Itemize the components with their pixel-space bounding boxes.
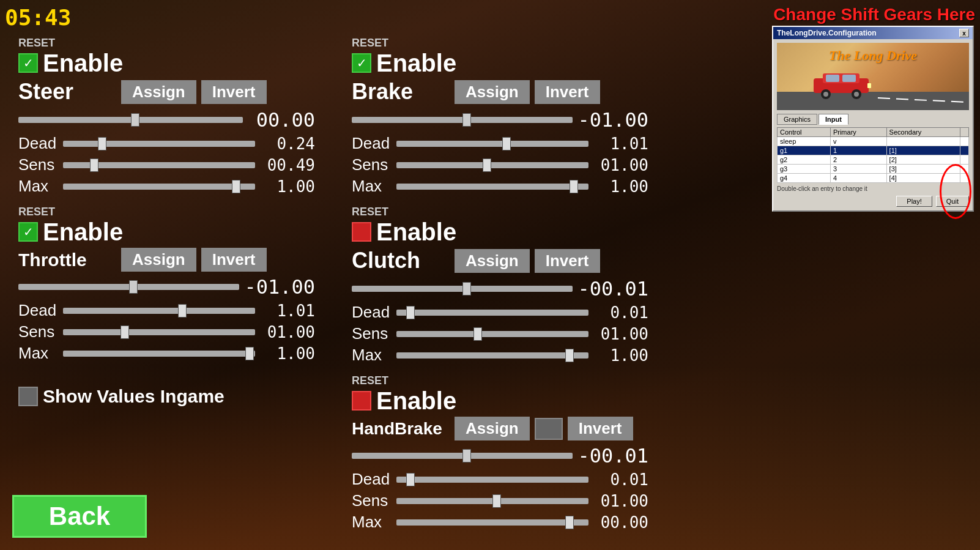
throttle-assign-button[interactable]: Assign — [121, 248, 196, 272]
steer-dead-label: Dead — [18, 134, 58, 153]
clutch-enable-checkbox[interactable] — [352, 222, 371, 242]
throttle-sens-label: Sens — [18, 322, 58, 341]
clutch-assign-button[interactable]: Assign — [455, 249, 530, 273]
svg-point-10 — [854, 92, 859, 97]
show-values-checkbox[interactable] — [18, 387, 38, 406]
row-control: g1 — [778, 146, 831, 155]
steer-reset-label: RESET — [18, 37, 315, 50]
throttle-max-label: Max — [18, 344, 58, 363]
steer-max-label: Max — [18, 177, 58, 196]
brake-max-label: Max — [352, 177, 392, 196]
brake-assign-button[interactable]: Assign — [455, 80, 530, 104]
handbrake-invert-checkbox[interactable] — [535, 418, 563, 440]
throttle-invert-button[interactable]: Invert — [201, 248, 267, 272]
row-primary: 4 — [830, 174, 886, 183]
svg-point-8 — [823, 92, 828, 97]
handbrake-enable-checkbox[interactable] — [352, 391, 371, 411]
throttle-sens-slider[interactable] — [63, 329, 255, 335]
row-control: g3 — [778, 165, 831, 174]
dialog-title: TheLongDrive.Configuration — [777, 29, 877, 37]
dialog-close-button[interactable]: x — [959, 29, 969, 37]
dialog-tabs: Graphics Input — [777, 114, 969, 125]
steer-dead-slider[interactable] — [63, 141, 255, 147]
clutch-dead-label: Dead — [352, 303, 392, 322]
handbrake-main-value: -00.01 — [577, 444, 648, 467]
throttle-dead-label: Dead — [18, 301, 58, 320]
dialog-buttons: Play! Quit — [777, 196, 969, 207]
throttle-enable-checkbox[interactable]: ✓ — [18, 222, 38, 242]
clutch-max-slider[interactable] — [396, 352, 588, 359]
steer-assign-button[interactable]: Assign — [121, 80, 196, 104]
table-row[interactable]: g1 1 [1] — [778, 146, 969, 155]
table-row[interactable]: g2 2 [2] — [778, 155, 969, 165]
table-row[interactable]: sleep v — [778, 137, 969, 146]
tab-input[interactable]: Input — [819, 114, 848, 125]
svg-rect-5 — [826, 75, 839, 82]
tab-graphics[interactable]: Graphics — [777, 114, 817, 125]
steer-section: RESET ✓ Enable Steer Assign Invert 00.00… — [18, 37, 315, 198]
car-svg — [777, 67, 969, 110]
clutch-name: Clutch — [352, 248, 450, 273]
throttle-max-slider[interactable] — [63, 351, 255, 357]
handbrake-max-label: Max — [352, 513, 392, 532]
brake-dead-label: Dead — [352, 134, 392, 153]
clutch-invert-button[interactable]: Invert — [535, 249, 600, 273]
handbrake-dead-label: Dead — [352, 470, 392, 489]
brake-enable-checkbox[interactable]: ✓ — [352, 53, 371, 73]
handbrake-sens-slider[interactable] — [396, 498, 588, 504]
brake-max-value: 1.00 — [593, 177, 648, 196]
col-primary: Primary — [830, 128, 886, 137]
handbrake-section: RESET Enable HandBrake Assign Invert -00… — [352, 374, 648, 534]
clutch-max-label: Max — [352, 346, 392, 365]
handbrake-invert-button[interactable]: Invert — [568, 417, 633, 440]
col-scroll — [960, 128, 969, 137]
row-control: g4 — [778, 174, 831, 183]
row-primary: v — [830, 137, 886, 146]
row-secondary — [886, 137, 960, 146]
steer-sens-slider[interactable] — [63, 162, 255, 168]
steer-sens-value: 00.49 — [260, 156, 315, 174]
handbrake-reset-label: RESET — [352, 374, 648, 387]
col-secondary: Secondary — [886, 128, 960, 137]
dialog-titlebar: TheLongDrive.Configuration x — [773, 27, 973, 39]
clutch-reset-label: RESET — [352, 206, 648, 218]
throttle-reset-label: RESET — [18, 206, 315, 218]
steer-max-value: 1.00 — [260, 177, 315, 196]
brake-sens-slider[interactable] — [396, 162, 588, 168]
brake-dead-slider[interactable] — [396, 141, 588, 147]
throttle-dead-slider[interactable] — [63, 308, 255, 314]
steer-invert-button[interactable]: Invert — [201, 80, 267, 104]
dialog-body: The Long Drive — [773, 39, 973, 210]
brake-invert-button[interactable]: Invert — [535, 80, 600, 104]
clutch-dead-slider[interactable] — [396, 310, 588, 316]
clutch-section: RESET Enable Clutch Assign Invert -00.01… — [352, 206, 648, 367]
brake-dead-value: 1.01 — [593, 135, 648, 153]
steer-max-slider[interactable] — [63, 184, 255, 190]
clutch-sens-label: Sens — [352, 324, 392, 343]
brake-sens-label: Sens — [352, 155, 392, 174]
throttle-main-value: -01.00 — [244, 275, 315, 299]
clutch-main-value: -00.01 — [577, 277, 648, 300]
handbrake-dead-slider[interactable] — [396, 477, 588, 483]
row-secondary: [4] — [886, 174, 960, 183]
handbrake-max-slider[interactable] — [396, 519, 588, 526]
clutch-sens-slider[interactable] — [396, 331, 588, 337]
play-button[interactable]: Play! — [896, 196, 932, 207]
steer-name: Steer — [18, 79, 116, 105]
table-row[interactable]: g3 3 [3] — [778, 165, 969, 174]
handbrake-assign-button[interactable]: Assign — [455, 417, 530, 440]
back-button[interactable]: Back — [12, 495, 147, 538]
controls-table: Control Primary Secondary sleep v g1 1 [… — [777, 127, 969, 183]
throttle-dead-value: 1.01 — [260, 302, 315, 320]
config-dialog: TheLongDrive.Configuration x The Long Dr… — [772, 26, 974, 212]
brake-max-slider[interactable] — [396, 184, 588, 190]
table-row[interactable]: g4 4 [4] — [778, 174, 969, 183]
controls-overlay: RESET ✓ Enable Steer Assign Invert 00.00… — [0, 0, 667, 502]
table-hint: Double-click an entry to change it — [777, 185, 969, 192]
steer-enable-checkbox[interactable]: ✓ — [18, 53, 38, 73]
quit-button[interactable]: Quit — [936, 196, 969, 207]
steer-enable-label: Enable — [43, 51, 123, 75]
clutch-dead-value: 0.01 — [593, 303, 648, 322]
row-primary: 1 — [830, 146, 886, 155]
annotation-text: Change Shift Gears Here — [773, 5, 975, 24]
